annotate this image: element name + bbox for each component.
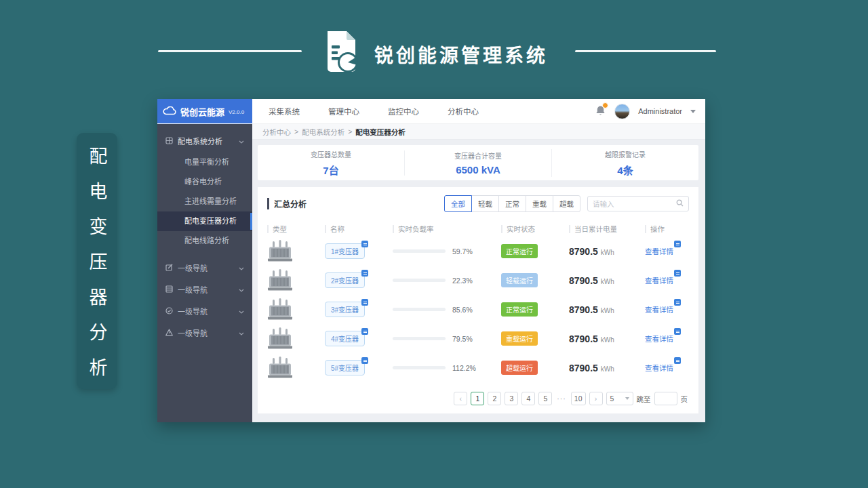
filter-all-button[interactable]: 全部 [444, 195, 472, 212]
transformer-icon [267, 256, 293, 264]
next-page-button[interactable]: › [589, 392, 603, 405]
sidebar-extra-label: 一级导航 [178, 306, 208, 317]
energy-unit: kWh [601, 336, 614, 344]
sidebar-item-nav-3[interactable]: 一级导航 [157, 301, 252, 321]
sidebar-item-peak-valley[interactable]: 峰谷电分析 [157, 172, 252, 192]
breadcrumb-item[interactable]: 分析中心 [262, 127, 291, 137]
load-progress-bar [393, 366, 446, 369]
transformer-name: 4#变压器 [331, 336, 359, 343]
page-unit-label: 页 [681, 394, 688, 404]
detail-badge-icon [674, 357, 681, 364]
search-input[interactable] [593, 200, 676, 208]
load-progress-bar [393, 279, 446, 282]
top-navigation: 采集系统 管理中心 监控中心 分析中心 [252, 99, 595, 123]
load-progress-bar [393, 308, 446, 311]
dashboard-window: 锐创云能源 V2.0.0 采集系统 管理中心 监控中心 分析中心 Adminis… [157, 99, 705, 422]
col-header-energy: 当日累计电量 [569, 225, 617, 233]
sidebar-item-nav-2[interactable]: 一级导航 [157, 279, 252, 300]
detail-badge-icon [674, 328, 681, 335]
view-details-link[interactable]: 查看详情 [645, 304, 673, 314]
page-button-1[interactable]: 1 [471, 392, 484, 405]
user-menu-chevron-down-icon[interactable] [690, 110, 696, 113]
transformer-name-button[interactable]: 2#变压器 [325, 272, 365, 288]
detail-badge-icon [361, 241, 368, 247]
page: { "banner": { "title": "锐创能源管理系统" }, "si… [0, 0, 868, 488]
jump-page-input[interactable] [654, 392, 677, 405]
status-badge: 轻载运行 [501, 273, 538, 287]
sidebar-item-transformer-analysis[interactable]: 配电变压器分析 [157, 211, 252, 231]
transformer-name: 3#变压器 [331, 306, 359, 314]
check-circle-icon [165, 307, 173, 316]
stat-label: 变压器总数量 [258, 149, 404, 159]
sidebar-item-energy-balance[interactable]: 电量平衡分析 [157, 152, 252, 172]
page-size-value: 5 [610, 394, 614, 403]
breadcrumb: 分析中心 > 配电系统分析 > 配电变压器分析 [252, 124, 705, 140]
sidebar-extra-label: 一级导航 [178, 327, 208, 338]
nav-item-monitoring[interactable]: 监控中心 [388, 106, 419, 117]
filter-heavy-load-button[interactable]: 重载 [526, 195, 553, 212]
filter-light-load-button[interactable]: 轻载 [471, 195, 499, 212]
col-header-status: 实时状态 [501, 225, 535, 233]
vertical-topic-label: 配电变压器分析 [77, 133, 117, 389]
section-title: 汇总分析 [267, 198, 307, 209]
page-button-4[interactable]: 4 [521, 392, 535, 405]
transformer-icon [267, 314, 293, 322]
stat-transformer-count: 变压器总数量 7台 [258, 149, 404, 177]
table-header: 类型 名称 实时负载率 实时状态 当日累计电量 操作 [258, 220, 698, 237]
sidebar-item-main-line-demand[interactable]: 主进线需量分析 [157, 192, 252, 211]
sidebar-item-nav-1[interactable]: 一级导航 [157, 258, 252, 278]
user-avatar[interactable] [614, 104, 630, 119]
sidebar-group-power-distribution[interactable]: 配电系统分析 [157, 129, 252, 152]
chevron-down-icon [239, 329, 244, 337]
load-percentage: 59.7% [452, 247, 473, 256]
energy-unit: kWh [601, 307, 614, 314]
detail-badge-icon [361, 299, 368, 306]
page-button-5[interactable]: 5 [538, 392, 552, 405]
transformer-name-button[interactable]: 5#变压器 [325, 360, 365, 375]
transformer-name-button[interactable]: 4#变压器 [325, 331, 365, 346]
view-details-link[interactable]: 查看详情 [645, 363, 673, 373]
status-badge: 超载运行 [501, 361, 538, 375]
pagination: ‹ 1 2 3 4 5 ··· 10 › 5 跳至 页 [454, 392, 688, 405]
sidebar-group-label: 配电系统分析 [178, 136, 222, 146]
breadcrumb-current: 配电变压器分析 [355, 127, 406, 137]
view-details-link[interactable]: 查看详情 [645, 246, 673, 256]
filter-normal-button[interactable]: 正常 [498, 195, 526, 212]
transformer-name-button[interactable]: 1#变压器 [325, 243, 365, 259]
page-button-3[interactable]: 3 [505, 392, 518, 405]
detail-badge-icon [361, 328, 368, 335]
breadcrumb-item[interactable]: 配电系统分析 [302, 127, 344, 137]
energy-value: 8790.5 [569, 363, 598, 373]
sidebar-item-distribution-line[interactable]: 配电线路分析 [157, 231, 252, 251]
user-name[interactable]: Administrator [638, 107, 682, 115]
table-row: 1#变压器 59.7% 正常运行 8790.5kWh 查看详情 [258, 237, 698, 266]
sidebar-item-nav-4[interactable]: 一级导航 [157, 323, 252, 343]
transformer-name-button[interactable]: 3#变压器 [325, 302, 365, 317]
stat-label: 变压器合计容量 [405, 150, 551, 161]
app-logo[interactable]: 锐创云能源 V2.0.0 [157, 99, 252, 123]
document-report-icon [321, 30, 361, 77]
chevron-down-icon [239, 264, 244, 272]
page-button-10[interactable]: 10 [571, 392, 586, 405]
cloud-icon [163, 106, 176, 117]
view-details-link[interactable]: 查看详情 [645, 275, 673, 285]
filter-overload-button[interactable]: 超载 [553, 195, 580, 212]
nav-item-management[interactable]: 管理中心 [328, 106, 359, 117]
notification-badge [602, 102, 608, 108]
main-content: 分析中心 > 配电系统分析 > 配电变压器分析 变压器总数量 7台 变压器合计容… [252, 124, 705, 422]
energy-value: 8790.5 [569, 304, 598, 315]
page-size-select[interactable]: 5 [606, 392, 633, 405]
nav-item-collection[interactable]: 采集系统 [269, 106, 300, 117]
energy-value: 8790.5 [569, 333, 598, 344]
page-button-2[interactable]: 2 [488, 392, 501, 405]
search-icon[interactable] [676, 199, 684, 208]
prev-page-button[interactable]: ‹ [454, 392, 467, 405]
view-details-link[interactable]: 查看详情 [645, 333, 673, 344]
transformer-name: 1#变压器 [331, 248, 359, 256]
load-percentage: 112.2% [452, 364, 476, 372]
search-box [587, 196, 689, 211]
nav-item-analysis[interactable]: 分析中心 [448, 106, 479, 117]
transformer-name: 2#变压器 [331, 277, 359, 285]
notification-bell-icon[interactable] [595, 105, 606, 117]
banner-divider-left [158, 50, 302, 52]
